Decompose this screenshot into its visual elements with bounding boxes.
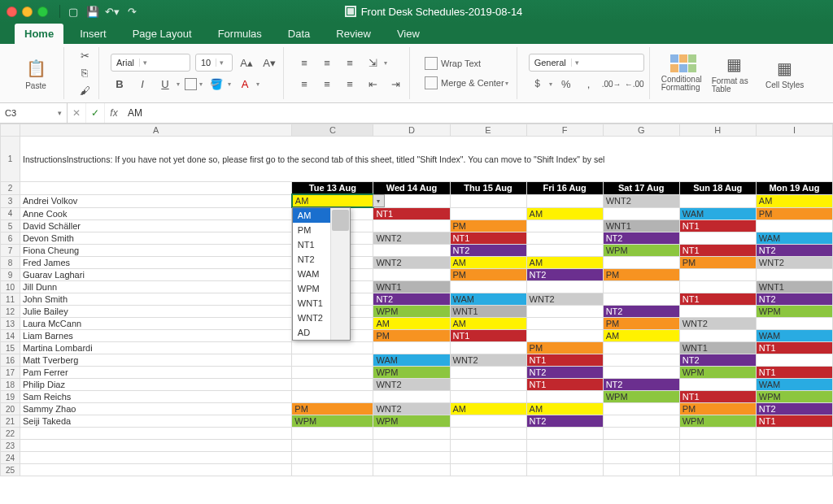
shift-cell[interactable]: PM (373, 330, 450, 342)
shift-cell[interactable] (756, 354, 832, 367)
tab-view[interactable]: View (387, 24, 430, 44)
row-header[interactable]: 15 (1, 342, 20, 354)
shift-cell[interactable]: PM (292, 403, 373, 415)
day-header-cell[interactable]: Sun 18 Aug (679, 182, 756, 195)
shift-cell[interactable]: NT2 (603, 232, 679, 245)
shift-cell[interactable]: WNT2 (373, 403, 450, 415)
shift-cell[interactable] (526, 194, 603, 207)
shift-cell[interactable]: AM (292, 194, 373, 207)
grid-cell[interactable] (20, 464, 292, 476)
copy-icon[interactable]: ⎘ (76, 66, 94, 80)
shift-cell[interactable]: WPM (292, 415, 373, 428)
shift-cell[interactable] (450, 194, 526, 207)
employee-name-cell[interactable]: Jill Dunn (20, 281, 292, 293)
chevron-down-icon[interactable]: ▾ (549, 80, 552, 88)
shift-cell[interactable] (373, 391, 450, 403)
select-all-corner[interactable] (1, 124, 20, 137)
grid-cell[interactable] (526, 440, 603, 452)
shift-cell[interactable]: AM (450, 318, 526, 330)
shift-cell[interactable] (679, 330, 756, 342)
cut-icon[interactable]: ✂︎ (76, 49, 94, 63)
row-header[interactable]: 7 (1, 245, 20, 257)
shift-cell[interactable] (679, 194, 756, 207)
shift-cell[interactable]: NT2 (756, 245, 832, 257)
shift-cell[interactable]: WNT2 (603, 194, 679, 207)
merge-center-button[interactable]: Merge & Center ▾ (421, 75, 512, 91)
employee-name-cell[interactable]: Matt Tverberg (20, 354, 292, 367)
shift-cell[interactable]: PM (679, 257, 756, 269)
shift-cell[interactable] (450, 207, 526, 220)
shift-cell[interactable]: WNT1 (679, 342, 756, 354)
shift-cell[interactable]: NT1 (679, 391, 756, 403)
employee-name-cell[interactable]: Julie Bailey (20, 306, 292, 318)
row-header[interactable]: 13 (1, 318, 20, 330)
grid-cell[interactable] (603, 428, 679, 440)
increase-font-icon[interactable]: A▴ (238, 54, 255, 72)
shift-cell[interactable]: AM (373, 318, 450, 330)
tab-review[interactable]: Review (326, 24, 381, 44)
employee-name-cell[interactable]: Liam Barnes (20, 330, 292, 342)
fill-color-button[interactable]: 🪣 (207, 75, 225, 93)
shift-cell[interactable]: NT1 (679, 245, 756, 257)
shift-cell[interactable]: NT1 (373, 207, 450, 220)
row-header[interactable]: 11 (1, 293, 20, 306)
shift-cell[interactable] (603, 367, 679, 379)
shift-cell[interactable] (450, 367, 526, 379)
font-color-button[interactable]: A (236, 75, 254, 93)
shift-cell[interactable]: PM (756, 207, 832, 220)
shift-cell[interactable] (603, 257, 679, 269)
row-header[interactable]: 19 (1, 391, 20, 403)
format-as-table-button[interactable]: ▦ Format as Table (712, 53, 757, 94)
orientation-icon[interactable]: ⇲ (364, 54, 382, 72)
shift-cell[interactable]: WPM (756, 306, 832, 318)
column-header[interactable]: D (373, 124, 450, 137)
grid-cell[interactable] (20, 428, 292, 440)
shift-cell[interactable]: WPM (603, 245, 679, 257)
shift-cell[interactable]: NT2 (679, 354, 756, 367)
font-size-combo[interactable]: 10▾ (195, 54, 233, 72)
shift-cell[interactable] (526, 281, 603, 293)
shift-cell[interactable]: WNT2 (373, 232, 450, 245)
tab-formulas[interactable]: Formulas (208, 24, 272, 44)
shift-cell[interactable]: PM (603, 269, 679, 281)
grid-cell[interactable] (373, 452, 450, 464)
name-box[interactable]: C3 ▾ (0, 103, 68, 123)
currency-icon[interactable]: ＄ (529, 75, 547, 93)
row-header[interactable]: 14 (1, 330, 20, 342)
scrollbar-thumb[interactable] (332, 210, 349, 231)
shift-cell[interactable]: WAM (756, 379, 832, 391)
shift-cell[interactable]: WNT2 (373, 257, 450, 269)
grid-cell[interactable] (373, 440, 450, 452)
shift-cell[interactable]: NT2 (526, 269, 603, 281)
shift-cell[interactable] (603, 403, 679, 415)
format-painter-icon[interactable]: 🖌 (76, 84, 94, 98)
grid-cell[interactable] (756, 464, 832, 476)
shift-cell[interactable]: WNT2 (756, 257, 832, 269)
indent-inc-icon[interactable]: ⇥ (386, 75, 404, 93)
row-header[interactable]: 24 (1, 452, 20, 464)
shift-cell[interactable]: NT1 (679, 293, 756, 306)
shift-cell[interactable] (373, 220, 450, 232)
grid-cell[interactable] (603, 452, 679, 464)
day-header-cell[interactable]: Fri 16 Aug (526, 182, 603, 195)
shift-cell[interactable]: NT1 (756, 415, 832, 428)
shift-cell[interactable]: WNT1 (756, 281, 832, 293)
undo-icon[interactable]: ↶▾ (106, 5, 119, 18)
row-header[interactable]: 20 (1, 403, 20, 415)
grid-cell[interactable] (679, 452, 756, 464)
grid-cell[interactable] (603, 440, 679, 452)
row-header[interactable]: 22 (1, 428, 20, 440)
employee-name-cell[interactable]: Martina Lombardi (20, 342, 292, 354)
chevron-down-icon[interactable]: ▾ (256, 80, 259, 88)
grid-cell[interactable] (679, 440, 756, 452)
grid-cell[interactable] (679, 464, 756, 476)
shift-cell[interactable]: WNT2 (526, 293, 603, 306)
shift-cell[interactable] (292, 354, 373, 367)
shift-cell[interactable]: WNT1 (450, 306, 526, 318)
employee-name-cell[interactable]: John Smith (20, 293, 292, 306)
cell-styles-button[interactable]: ▦ Cell Styles (762, 57, 808, 90)
confirm-entry-icon[interactable]: ✓ (86, 103, 105, 123)
align-right-icon[interactable]: ≡ (341, 75, 359, 93)
window-close-icon[interactable] (7, 7, 17, 17)
shift-cell[interactable]: WAM (679, 207, 756, 220)
